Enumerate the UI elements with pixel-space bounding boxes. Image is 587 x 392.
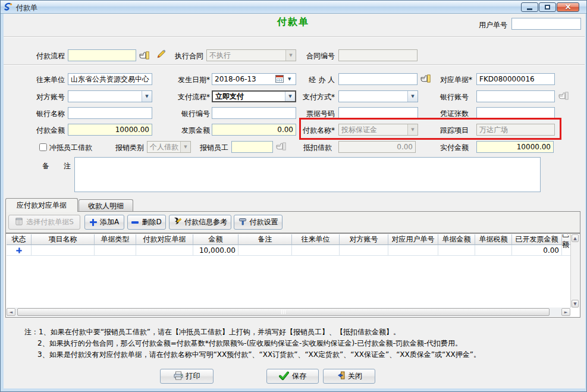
scroll-left-arrow[interactable]: ◄: [7, 308, 15, 316]
table-header-cell: 单据类型: [95, 234, 136, 245]
table-header-cell: 已开发票金额: [512, 234, 562, 245]
separator: [4, 64, 585, 65]
occur-date-label: 发生日期*: [168, 75, 210, 84]
execute-contract-select[interactable]: 不执行: [206, 49, 296, 61]
chevron-down-icon: [180, 142, 190, 152]
reimburse-type-select[interactable]: 个人借款: [147, 141, 191, 153]
note-line: 2、如果执行的分包合同，那么可付款金额=付款基数*付款限额%-(应收履约保证金-…: [37, 338, 462, 349]
bank-name-input[interactable]: [68, 107, 152, 119]
actual-amount-input[interactable]: [476, 141, 554, 153]
table-cell[interactable]: [136, 245, 193, 256]
bank-code-label: 银行编号: [168, 109, 210, 118]
calendar-icon[interactable]: [275, 75, 284, 83]
hand-picker-icon[interactable]: [420, 74, 431, 83]
bill-no-input[interactable]: [338, 107, 418, 119]
chevron-down-icon: [285, 50, 296, 61]
table-cell[interactable]: [95, 245, 136, 256]
scrollbar-thumb[interactable]: [17, 308, 550, 316]
horizontal-scrollbar[interactable]: ◄ ►: [7, 308, 570, 316]
table-row[interactable]: 10,000.00 0.00 0: [7, 245, 570, 256]
door-icon: [336, 371, 345, 381]
payment-flow-input[interactable]: [68, 49, 136, 61]
payment-name-select[interactable]: 投标保证金: [338, 124, 418, 136]
vertical-scrollbar[interactable]: ▲ ▼: [570, 234, 579, 308]
payment-amount-label: 付款金额: [23, 126, 65, 135]
invoice-amount-input[interactable]: [212, 124, 296, 136]
hand-picker-icon: [276, 142, 286, 150]
remark-label: 备 注: [42, 161, 78, 171]
chevron-down-icon: [142, 91, 152, 102]
minimize-button[interactable]: [521, 2, 538, 12]
tracking-project-input: [476, 124, 555, 136]
separator: [4, 36, 585, 37]
table-header-cell: 金额: [193, 234, 238, 245]
corresponding-doc-input[interactable]: [476, 73, 555, 85]
payment-form-window: 付款单 付款单 用户单号 付款流程 执行合同 不执行 合同编号 往来单位 发生日…: [0, 0, 587, 392]
execute-contract-label: 执行合同: [175, 51, 203, 61]
remark-textarea[interactable]: [74, 157, 541, 192]
table-cell[interactable]: [32, 245, 95, 256]
table-cell[interactable]: 10,000.00: [193, 245, 238, 256]
select-payment-doc-button: 选择付款单据S: [8, 215, 80, 230]
scroll-up-arrow[interactable]: ▲: [572, 234, 579, 242]
table-cell[interactable]: [340, 245, 388, 256]
pay-method-select[interactable]: [338, 90, 418, 102]
app-icon: [4, 2, 13, 12]
bank-account-input[interactable]: [476, 90, 555, 102]
add-button[interactable]: 添加A: [84, 215, 124, 230]
save-button[interactable]: 保存: [266, 369, 319, 384]
table-header-cell: 付款对应单据: [136, 234, 193, 245]
pay-process-select[interactable]: 立即支付: [212, 90, 296, 102]
user-no-label: 用户单号: [470, 20, 507, 30]
close-icon: [564, 3, 572, 11]
delete-button[interactable]: 删除D: [127, 215, 166, 230]
table-header-cell: 状态: [7, 234, 32, 245]
table-cell[interactable]: [238, 245, 292, 256]
tab-payee-details[interactable]: 收款人明细: [79, 199, 133, 212]
title-bar: 付款单: [1, 1, 587, 14]
offset-loan-checkbox[interactable]: [39, 143, 47, 151]
chevron-down-icon[interactable]: ▼: [288, 77, 291, 81]
table-header-cell: 单据金额: [438, 234, 475, 245]
minimize-icon: [527, 8, 532, 10]
table-cell[interactable]: [475, 245, 512, 256]
payment-amount-input[interactable]: [68, 124, 152, 136]
counterparty-input[interactable]: [68, 73, 152, 85]
table-cell[interactable]: 0: [562, 245, 570, 256]
close-window-button[interactable]: [557, 2, 579, 12]
table-header-cell: 备注: [238, 234, 292, 245]
bank-code-input[interactable]: [212, 107, 296, 119]
printer-icon: [174, 371, 183, 382]
table-cell[interactable]: [292, 245, 340, 256]
maximize-button[interactable]: [539, 2, 556, 12]
hand-picker-icon[interactable]: [139, 51, 149, 59]
table-cell[interactable]: 0.00: [512, 245, 562, 256]
reimburse-employee-input[interactable]: [231, 141, 273, 153]
reference-icon: [173, 217, 181, 227]
table-cell[interactable]: [388, 245, 438, 256]
tab-payable-docs[interactable]: 应付款对应单据: [5, 198, 78, 212]
page-title: 付款单: [240, 16, 347, 29]
edit-pencil-icon[interactable]: [156, 49, 166, 59]
scroll-right-arrow[interactable]: ►: [561, 308, 570, 316]
deduct-loan-label: 抵扣借款: [290, 143, 332, 152]
pay-method-label: 支付方式*: [293, 92, 335, 102]
user-no-input[interactable]: [511, 18, 581, 30]
handler-input[interactable]: [338, 73, 418, 85]
scroll-down-arrow[interactable]: ▼: [572, 300, 579, 308]
counterparty-account-label: 对方账号: [23, 92, 65, 102]
table-cell[interactable]: [438, 245, 475, 256]
actual-amount-label: 实付金额: [427, 143, 469, 152]
table-header-cell: 已付款金额: [562, 234, 570, 245]
deduct-loan-input: [338, 141, 416, 153]
payment-settings-button[interactable]: 付款设置: [234, 215, 282, 230]
counterparty-account-select[interactable]: [68, 90, 152, 102]
contract-no-label: 合同编号: [302, 51, 335, 61]
payment-info-ref-button[interactable]: 付款信息参考: [169, 215, 231, 230]
print-button[interactable]: 打印: [160, 369, 214, 384]
voucher-count-label: 凭证张数: [427, 109, 469, 118]
notepad-icon: [15, 217, 23, 227]
table-cell-status[interactable]: [7, 245, 32, 256]
close-button[interactable]: 关闭: [323, 369, 375, 384]
voucher-count-input[interactable]: [476, 107, 555, 119]
